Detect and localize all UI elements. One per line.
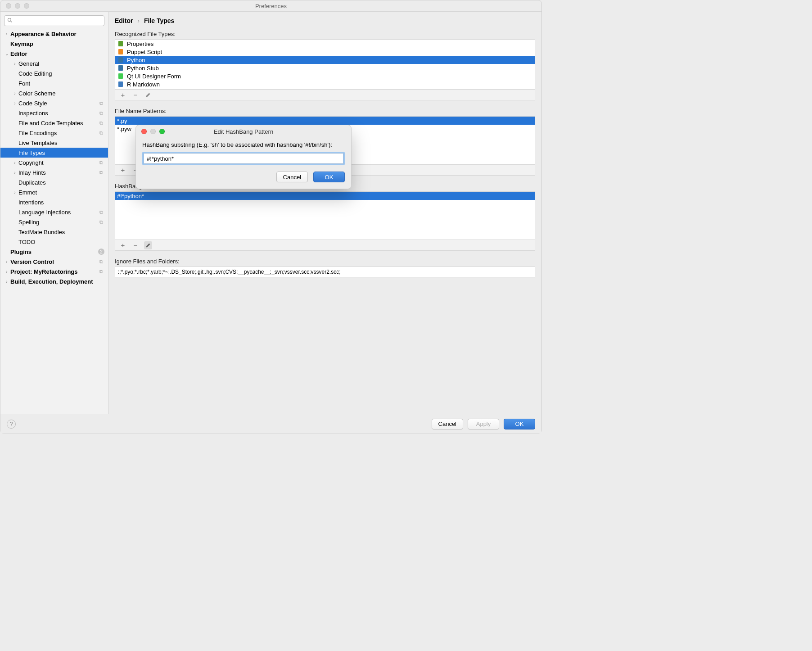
recognized-types-list[interactable]: PropertiesPuppet ScriptPythonPython Stub… [115,39,535,90]
tree-label: Version Control [10,258,97,265]
dialog-ok-button[interactable]: OK [313,172,345,182]
chevron-icon: › [12,101,18,106]
hashbang-input[interactable] [144,153,343,164]
settings-tree[interactable]: ›Appearance & BehaviorKeymap⌄Editor›Gene… [0,29,108,414]
chevron-right-icon: › [137,17,140,24]
add-button[interactable]: + [119,166,127,174]
sidebar-item-project-myrefactorings[interactable]: ›Project: MyRefactorings⧉ [0,267,108,276]
chevron-icon: › [4,259,9,264]
edit-button[interactable] [144,241,152,249]
tree-label: File Types [18,149,97,156]
sidebar-item-keymap[interactable]: Keymap [0,39,108,49]
file-type-icon [117,40,124,47]
ok-button[interactable]: OK [504,419,535,429]
recognized-types-toolbar: + − [115,90,535,100]
tree-label: Emmet [18,189,97,196]
hashbang-row[interactable]: #!*python* [115,192,535,200]
sidebar-item-version-control[interactable]: ›Version Control⧉ [0,257,108,267]
sidebar-item-font[interactable]: Font [0,78,108,88]
sidebar-item-duplicates[interactable]: Duplicates [0,177,108,187]
dialog-titlebar: Edit HashBang Pattern [136,125,351,138]
badge: 2 [98,249,104,255]
file-type-row[interactable]: Python Stub [115,64,535,72]
tree-label: TODO [18,239,97,245]
sidebar-item-editor[interactable]: ⌄Editor [0,49,108,59]
breadcrumb-parent: Editor [115,17,133,24]
sidebar-item-todo[interactable]: TODO [0,237,108,247]
tree-label: File and Code Templates [18,120,97,127]
titlebar: Preferences [0,0,541,11]
tree-label: Inlay Hints [18,169,97,176]
zoom-icon[interactable] [159,129,165,134]
file-type-row[interactable]: R Markdown [115,80,535,88]
apply-button[interactable]: Apply [468,419,499,429]
pattern-row[interactable]: *.py [115,117,535,125]
sidebar-item-plugins[interactable]: Plugins2 [0,247,108,257]
help-icon[interactable]: ? [7,420,16,429]
dialog-prompt: HashBang substring (E.g. 'sh' to be asso… [142,141,345,148]
remove-button[interactable]: − [131,91,140,99]
remove-button[interactable]: − [131,241,140,249]
edit-button[interactable] [144,91,152,99]
tree-label: Project: MyRefactorings [10,268,97,275]
sidebar-item-code-editing[interactable]: Code Editing [0,68,108,78]
sidebar-item-file-encodings[interactable]: File Encodings⧉ [0,128,108,138]
search-input[interactable] [4,15,104,26]
dialog-traffic-lights [141,129,165,134]
search-field[interactable] [14,18,101,24]
ignore-input[interactable] [115,267,535,277]
add-button[interactable]: + [119,91,127,99]
sidebar-item-inspections[interactable]: Inspections⧉ [0,108,108,118]
sidebar-item-live-templates[interactable]: Live Templates [0,138,108,148]
cancel-button[interactable]: Cancel [432,419,463,429]
hashbang-row-label: #!*python* [117,193,144,199]
sidebar-item-code-style[interactable]: ›Code Style⧉ [0,98,108,108]
tree-label: Keymap [10,41,97,47]
chevron-icon: › [12,170,18,175]
tree-label: Plugins [10,249,97,255]
chevron-icon: ⌄ [4,51,9,56]
sidebar-item-textmate-bundles[interactable]: TextMate Bundles [0,227,108,237]
zoom-icon[interactable] [24,3,29,9]
sidebar-item-copyright[interactable]: ›Copyright⧉ [0,158,108,167]
copy-icon: ⧉ [99,209,103,215]
file-type-icon [117,81,124,88]
search-icon [7,18,13,24]
file-type-label: Puppet Script [127,49,162,55]
svg-rect-6 [118,73,123,79]
file-type-label: R Markdown [127,81,160,88]
sidebar-item-spelling[interactable]: Spelling⧉ [0,217,108,227]
file-type-row[interactable]: Python [115,56,535,64]
hashbang-list[interactable]: #!*python* [115,191,535,240]
sidebar-item-color-scheme[interactable]: ›Color Scheme [0,88,108,98]
file-type-row[interactable]: Qt UI Designer Form [115,72,535,80]
tree-label: Code Editing [18,70,97,77]
file-type-icon [117,72,124,80]
breadcrumb: Editor › File Types [115,17,535,24]
dialog-cancel-button[interactable]: Cancel [276,172,308,182]
sidebar-item-build-execution-deployment[interactable]: ›Build, Execution, Deployment [0,276,108,286]
file-type-row[interactable]: Properties [115,40,535,48]
tree-label: Copyright [18,159,97,166]
copy-icon: ⧉ [99,130,103,136]
tree-label: Language Injections [18,209,97,216]
sidebar-item-appearance-behavior[interactable]: ›Appearance & Behavior [0,29,108,39]
sidebar-item-general[interactable]: ›General [0,59,108,68]
sidebar-item-intentions[interactable]: Intentions [0,197,108,207]
add-button[interactable]: + [119,241,127,249]
minimize-icon[interactable] [15,3,20,9]
file-type-label: Python [127,57,145,63]
sidebar-item-language-injections[interactable]: Language Injections⧉ [0,207,108,217]
close-icon[interactable] [141,129,147,134]
pattern-label: *.pyw [117,126,131,132]
sidebar-item-file-types[interactable]: File Types [0,148,108,158]
file-type-row[interactable]: Puppet Script [115,48,535,56]
tree-label: Code Style [18,100,97,107]
sidebar-item-emmet[interactable]: ›Emmet [0,187,108,197]
sidebar-item-file-and-code-templates[interactable]: File and Code Templates⧉ [0,118,108,128]
close-icon[interactable] [6,3,11,9]
body: ›Appearance & BehaviorKeymap⌄Editor›Gene… [0,11,541,414]
tree-label: Inspections [18,110,97,117]
dialog-title: Edit HashBang Pattern [214,128,273,135]
sidebar-item-inlay-hints[interactable]: ›Inlay Hints⧉ [0,167,108,177]
